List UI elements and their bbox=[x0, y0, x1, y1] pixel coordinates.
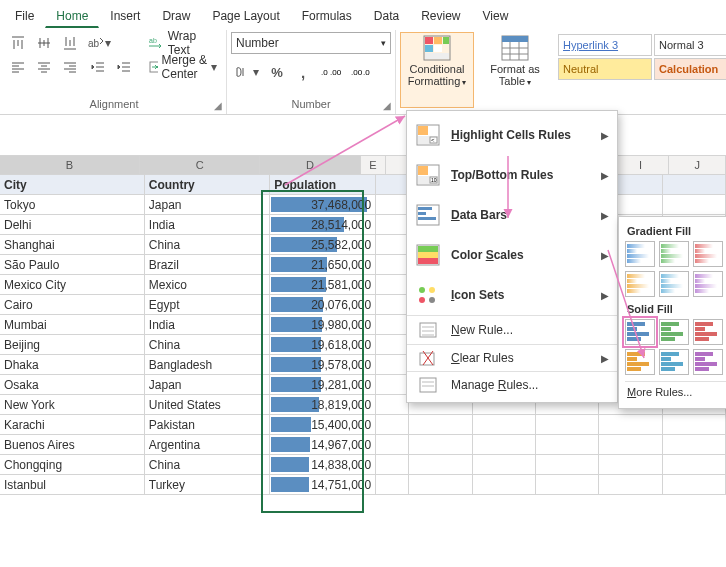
align-right-icon[interactable] bbox=[58, 56, 82, 78]
cell-empty[interactable] bbox=[473, 435, 536, 455]
cell-empty[interactable] bbox=[376, 395, 409, 415]
align-middle-icon[interactable] bbox=[32, 32, 56, 54]
cell-city[interactable]: São Paulo bbox=[0, 255, 145, 275]
cell-empty[interactable] bbox=[376, 235, 409, 255]
cell-country[interactable]: China bbox=[145, 455, 270, 475]
cf-item-db[interactable]: Data Bars▶ bbox=[407, 195, 617, 235]
menu-draw[interactable]: Draw bbox=[151, 5, 201, 27]
menu-home[interactable]: Home bbox=[45, 5, 99, 28]
increase-decimal-icon[interactable]: .0.00 bbox=[317, 61, 345, 83]
decrease-decimal-icon[interactable]: .00.0 bbox=[347, 61, 375, 83]
menu-file[interactable]: File bbox=[4, 5, 45, 27]
col-header-D[interactable]: D bbox=[260, 156, 360, 174]
cell-population[interactable]: 37,468,000 bbox=[270, 195, 376, 215]
cell-city[interactable]: Tokyo bbox=[0, 195, 145, 215]
cell-country[interactable]: Argentina bbox=[145, 435, 270, 455]
cell-city[interactable]: Mexico City bbox=[0, 275, 145, 295]
cell-empty[interactable] bbox=[409, 475, 472, 495]
cell-population[interactable]: 28,514,000 bbox=[270, 215, 376, 235]
menu-review[interactable]: Review bbox=[410, 5, 471, 27]
cell-country[interactable]: Pakistan bbox=[145, 415, 270, 435]
databar-swatch[interactable] bbox=[659, 349, 689, 375]
cell-city[interactable]: Cairo bbox=[0, 295, 145, 315]
menu-data[interactable]: Data bbox=[363, 5, 410, 27]
style-normal3[interactable]: Normal 3 bbox=[654, 34, 726, 56]
cell-empty[interactable] bbox=[376, 195, 409, 215]
cell-population[interactable]: 15,400,000 bbox=[270, 415, 376, 435]
cell-empty[interactable] bbox=[376, 175, 409, 195]
cell-city[interactable]: New York bbox=[0, 395, 145, 415]
style-calculation[interactable]: Calculation bbox=[654, 58, 726, 80]
cf-item-tbr[interactable]: 10Top/Bottom Rules▶ bbox=[407, 155, 617, 195]
cell-country[interactable]: Bangladesh bbox=[145, 355, 270, 375]
comma-format-icon[interactable]: , bbox=[291, 61, 315, 83]
cell-country[interactable]: Brazil bbox=[145, 255, 270, 275]
cell-country[interactable]: Japan bbox=[145, 375, 270, 395]
cell-empty[interactable] bbox=[599, 435, 662, 455]
cell-empty[interactable] bbox=[473, 415, 536, 435]
format-as-table-button[interactable]: Format as Table▾ bbox=[478, 32, 552, 108]
cell-city[interactable]: Osaka bbox=[0, 375, 145, 395]
cell-empty[interactable] bbox=[599, 415, 662, 435]
cell-empty[interactable] bbox=[376, 375, 409, 395]
cf-item-clear[interactable]: Clear Rules▶ bbox=[407, 344, 617, 371]
cell-empty[interactable] bbox=[663, 415, 726, 435]
menu-insert[interactable]: Insert bbox=[99, 5, 151, 27]
databar-swatch[interactable] bbox=[659, 241, 689, 267]
cell-empty[interactable] bbox=[536, 455, 599, 475]
cell-population[interactable]: 25,582,000 bbox=[270, 235, 376, 255]
cell-empty[interactable] bbox=[409, 435, 472, 455]
align-top-icon[interactable] bbox=[6, 32, 30, 54]
cell-empty[interactable] bbox=[376, 275, 409, 295]
cell-empty[interactable] bbox=[599, 455, 662, 475]
percent-format-icon[interactable]: % bbox=[265, 61, 289, 83]
col-header-I[interactable]: I bbox=[613, 156, 670, 174]
cell-empty[interactable] bbox=[376, 355, 409, 375]
accounting-format-icon[interactable]: ▾ bbox=[231, 61, 263, 83]
cell-population[interactable]: 19,578,000 bbox=[270, 355, 376, 375]
cell-country[interactable]: China bbox=[145, 235, 270, 255]
cell-city[interactable]: Chongqing bbox=[0, 455, 145, 475]
cell-styles-gallery[interactable]: Hyperlink 3 Normal 3 Neutral Calculation bbox=[556, 32, 726, 82]
cell-country[interactable]: Japan bbox=[145, 195, 270, 215]
cell-empty[interactable] bbox=[376, 295, 409, 315]
cell-empty[interactable] bbox=[376, 475, 409, 495]
cell-empty[interactable] bbox=[473, 455, 536, 475]
style-hyperlink3[interactable]: Hyperlink 3 bbox=[558, 34, 652, 56]
more-rules-item[interactable]: More Rules... bbox=[625, 381, 726, 402]
cell-city[interactable]: Delhi bbox=[0, 215, 145, 235]
conditional-formatting-button[interactable]: Conditional Formatting▾ bbox=[400, 32, 474, 108]
cell-empty[interactable] bbox=[473, 475, 536, 495]
header-city[interactable]: City bbox=[0, 175, 145, 195]
cell-city[interactable]: Karachi bbox=[0, 415, 145, 435]
cell-empty[interactable] bbox=[663, 475, 726, 495]
cell-population[interactable]: 19,618,000 bbox=[270, 335, 376, 355]
header-population[interactable]: Population bbox=[270, 175, 376, 195]
orientation-icon[interactable]: ab▾ bbox=[86, 32, 114, 54]
cell-city[interactable]: Dhaka bbox=[0, 355, 145, 375]
cell-empty[interactable] bbox=[599, 475, 662, 495]
databar-swatch[interactable] bbox=[659, 271, 689, 297]
cell-empty[interactable] bbox=[409, 455, 472, 475]
cell-population[interactable]: 19,281,000 bbox=[270, 375, 376, 395]
cell-empty[interactable] bbox=[663, 195, 726, 215]
cell-population[interactable]: 21,581,000 bbox=[270, 275, 376, 295]
col-header-J[interactable]: J bbox=[669, 156, 726, 174]
header-country[interactable]: Country bbox=[145, 175, 270, 195]
cell-city[interactable]: Shanghai bbox=[0, 235, 145, 255]
style-neutral[interactable]: Neutral bbox=[558, 58, 652, 80]
col-header-C[interactable]: C bbox=[140, 156, 260, 174]
cf-item-manage[interactable]: Manage Rules... bbox=[407, 371, 617, 398]
cell-empty[interactable] bbox=[536, 435, 599, 455]
cell-empty[interactable] bbox=[376, 255, 409, 275]
cf-item-new[interactable]: New Rule... bbox=[407, 315, 617, 344]
cell-empty[interactable] bbox=[376, 215, 409, 235]
databar-swatch[interactable] bbox=[693, 241, 723, 267]
decrease-indent-icon[interactable] bbox=[86, 56, 110, 78]
cell-empty[interactable] bbox=[663, 175, 726, 195]
cell-empty[interactable] bbox=[409, 415, 472, 435]
merge-center-button[interactable]: Merge & Center ▾ bbox=[144, 56, 222, 78]
col-header-E[interactable]: E bbox=[361, 156, 387, 174]
menu-page-layout[interactable]: Page Layout bbox=[201, 5, 290, 27]
align-center-icon[interactable] bbox=[32, 56, 56, 78]
